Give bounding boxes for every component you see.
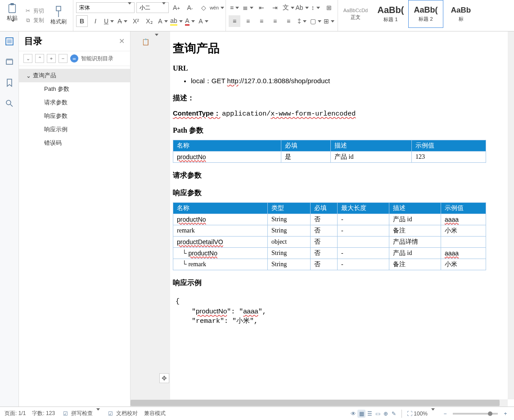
web-view-icon[interactable]: ⊕	[382, 410, 390, 418]
content-type-line: ContentType： application/x-www-form-urle…	[173, 109, 514, 118]
close-icon[interactable]: ✕	[119, 37, 125, 45]
paragraph-group: ≡ ≣ ⇤ ⇥ 文 Ab ↕ ⊞ ≡ ≡ ≡ ≡ ≡ ‡ ▢ ⊞	[226, 0, 338, 31]
style-heading1[interactable]: AaBb( 标题 1	[373, 0, 408, 28]
style-gallery: AaBbCcDd 正文 AaBb( 标题 1 AaBb( 标题 2 AaBb 标	[338, 0, 478, 31]
superscript-button[interactable]: X²	[130, 15, 142, 27]
highlight-button[interactable]: ab	[171, 15, 182, 27]
align-left-button[interactable]: ≡	[229, 15, 240, 27]
subscript-button[interactable]: X₂	[144, 15, 155, 27]
outline-view-icon[interactable]: ☰	[365, 410, 374, 418]
clear-format-button[interactable]: ◇	[198, 2, 209, 13]
cut-button[interactable]: ✂ 剪切	[22, 6, 47, 16]
page-indicator[interactable]: 页面: 1/1	[5, 410, 26, 417]
statusbar: 页面: 1/1 字数: 123 ☑拼写检查 ☑文档校对 兼容模式 👁 ▦ ☰ ▭…	[0, 407, 514, 420]
zoom-label[interactable]: 100%	[414, 411, 435, 417]
distribute-button[interactable]: ≡	[283, 15, 294, 27]
tree-item[interactable]: 响应参数	[19, 109, 130, 123]
font-group: 宋体 小二 A+ A- ◇ wén B I U A̶ X² X₂ A ab A …	[73, 0, 226, 31]
pen-icon[interactable]: ✎	[390, 410, 398, 418]
vertical-scrollbar[interactable]	[508, 31, 514, 399]
align-justify-button[interactable]: ≡	[269, 15, 281, 27]
outline-title: 目录	[24, 35, 42, 47]
table-row: productNoString否-产品 idaaaa	[173, 214, 486, 225]
section-icon[interactable]	[4, 57, 15, 67]
paste-mini-chev[interactable]	[153, 36, 158, 48]
tree-item[interactable]: 错误码	[19, 136, 130, 150]
zoom-in-button[interactable]: +	[501, 410, 509, 418]
italic-button[interactable]: I	[90, 15, 101, 27]
zoom-out-button[interactable]: −	[441, 410, 449, 418]
text-direction-button[interactable]: 文	[283, 2, 294, 13]
desc-heading: 描述：	[173, 94, 514, 103]
eye-icon[interactable]: 👁	[349, 410, 357, 418]
word-count[interactable]: 字数: 123	[32, 410, 55, 417]
strikethrough-button[interactable]: A̶	[117, 15, 128, 27]
ruler-button[interactable]: Ab	[296, 2, 308, 13]
left-rail	[0, 31, 19, 407]
page-view-icon[interactable]: ▦	[357, 410, 365, 418]
paste-button[interactable]: 粘贴	[3, 1, 22, 30]
outline-tools: ⌄ ⌃ + − ∞ 智能识别目录	[19, 51, 130, 66]
proof-icon: ☑	[106, 410, 114, 418]
underline-button[interactable]: U	[103, 15, 115, 27]
copy-button[interactable]: ⧉ 复制	[22, 16, 47, 25]
shrink-font-button[interactable]: A-	[184, 2, 196, 13]
bold-button[interactable]: B	[76, 15, 88, 27]
tree-item[interactable]: Path 参数	[19, 82, 130, 96]
ai-label[interactable]: 智能识别目录	[81, 55, 113, 63]
phonetic-button[interactable]: wén	[211, 2, 223, 13]
tree-item[interactable]: 请求参数	[19, 96, 130, 109]
svg-rect-0	[9, 4, 16, 13]
grow-font-button[interactable]: A+	[171, 2, 182, 13]
svg-rect-1	[10, 3, 14, 5]
decrease-indent-button[interactable]: ⇤	[256, 2, 267, 13]
style-normal[interactable]: AaBbCcDd 正文	[338, 0, 373, 28]
sort-button[interactable]: ↕	[310, 2, 321, 13]
line-spacing-button[interactable]: ‡	[296, 15, 308, 27]
borders-button[interactable]: ⊞	[323, 15, 335, 27]
bookmark-icon[interactable]	[4, 77, 15, 88]
tree-item[interactable]: 响应示例	[19, 123, 130, 136]
outline-icon[interactable]	[4, 36, 15, 47]
tree-root[interactable]: ⌄ 查询产品	[19, 69, 130, 82]
paste-mini-icon[interactable]: 📋	[140, 36, 151, 48]
add-button[interactable]: +	[47, 54, 56, 63]
code-block: { "productNo": "aaaa", "remark": "小米",	[173, 292, 514, 331]
search-icon[interactable]	[4, 98, 15, 109]
res-params-heading: 响应参数	[173, 188, 514, 198]
expand-all-button[interactable]: ⌄	[23, 54, 32, 63]
increase-indent-button[interactable]: ⇥	[269, 2, 281, 13]
text-effects-button[interactable]: A	[157, 15, 169, 27]
style-heading3[interactable]: AaBb 标	[443, 0, 478, 28]
zoom-slider[interactable]	[453, 413, 498, 415]
example-heading: 响应示例	[173, 278, 514, 288]
horizontal-scrollbar[interactable]	[131, 399, 508, 407]
main-area: 目录 ✕ ⌄ ⌃ + − ∞ 智能识别目录 ⌄ 查询产品 Path 参数 请求参…	[0, 31, 514, 407]
show-marks-button[interactable]: ⊞	[323, 2, 335, 13]
numbering-button[interactable]: ≣	[242, 2, 254, 13]
font-color-button[interactable]: A	[184, 15, 196, 27]
collapse-all-button[interactable]: ⌃	[35, 54, 44, 63]
chevron-down-icon: ⌄	[26, 72, 31, 79]
proofread-button[interactable]: ☑文档校对	[106, 410, 138, 418]
path-params-heading: Path 参数	[173, 126, 514, 135]
clipboard-group: 粘贴 ✂ 剪切 ⧉ 复制 格式刷	[0, 0, 73, 31]
remove-button[interactable]: −	[59, 54, 68, 63]
read-view-icon[interactable]: ▭	[374, 410, 382, 418]
style-heading2[interactable]: AaBb( 标题 2	[408, 0, 443, 28]
spellcheck-button[interactable]: ☑拼写检查	[61, 410, 100, 418]
table-row: productNo 是 产品 id 123	[173, 152, 486, 163]
svg-point-10	[6, 100, 11, 105]
res-params-table: 名称 类型 必填 最大长度 描述 示例值 productNoString否-产品…	[173, 202, 486, 270]
align-right-button[interactable]: ≡	[256, 15, 267, 27]
font-name-dropdown[interactable]: 宋体	[76, 2, 135, 13]
fit-icon[interactable]: ⛶	[406, 410, 414, 418]
shading2-button[interactable]: ▢	[310, 15, 321, 27]
path-params-table: 名称 必填 描述 示例值 productNo 是 产品 id 123	[173, 140, 486, 163]
move-handle-icon[interactable]: ✥	[159, 373, 169, 383]
shading-button[interactable]: A	[198, 15, 209, 27]
align-center-button[interactable]: ≡	[242, 15, 254, 27]
format-painter-button[interactable]: 格式刷	[47, 1, 70, 30]
font-size-dropdown[interactable]: 小二	[136, 2, 169, 13]
bullets-button[interactable]: ≡	[229, 2, 240, 13]
